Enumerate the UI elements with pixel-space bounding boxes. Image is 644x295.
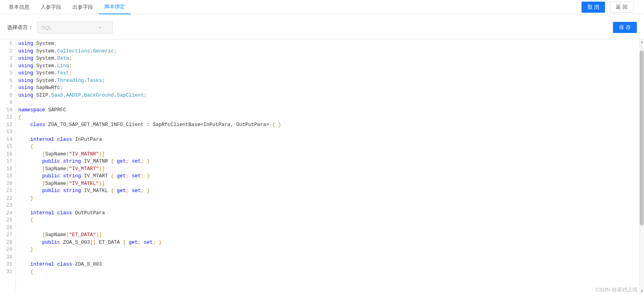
code-line[interactable]: { [18,217,644,224]
scrollbar-thumb[interactable] [640,50,644,225]
line-number: 24 [0,210,12,217]
tab-output-fields[interactable]: 出参字段 [67,0,99,14]
code-line[interactable] [18,99,644,107]
line-number: 15 [0,143,12,151]
tab-script-binding[interactable]: 脚本绑定 [99,0,131,14]
code-line[interactable]: internal class ZOA_S_003 [18,261,644,268]
line-number: 17 [0,158,12,165]
header-actions: 取 消 返 回 [582,2,641,13]
language-select-value: SQL [41,25,52,31]
line-number: 31 [0,261,12,268]
line-number: 32 [0,268,12,276]
toolbar: 选择语言： SQL ▾ 保 存 [0,14,644,39]
scroll-down-icon[interactable]: ▾ [639,289,644,293]
line-number: 3 [0,55,12,62]
line-number: 19 [0,173,12,180]
code-line[interactable]: internal class InPutPara [18,136,644,144]
code-line[interactable]: using SIIP.SaaS.AADIP.BackGround.SapClie… [18,92,644,99]
line-number: 23 [0,202,12,210]
code-line[interactable]: public string IV_MATNR { get; set; } [18,158,644,165]
code-line[interactable]: using SapNwRfc; [18,84,644,92]
line-number: 20 [0,180,12,188]
code-line[interactable]: [SapName("IV_MTART")] [18,165,644,173]
code-line[interactable]: [SapName("IV_MATNR")] [18,151,644,158]
line-number: 28 [0,239,12,246]
code-line[interactable]: using System.Data; [18,55,644,62]
line-number: 22 [0,195,12,202]
code-line[interactable]: using System.Collections.Generic; [18,48,644,55]
code-line[interactable]: public string IV_MATKL { get; set; } [18,187,644,195]
line-number: 14 [0,136,12,144]
line-number: 1 [0,40,12,48]
code-line[interactable] [18,224,644,232]
code-line[interactable]: using System; [18,40,644,48]
code-line[interactable]: { [18,114,644,121]
line-number: 29 [0,246,12,254]
toolbar-right: 保 存 [613,22,637,33]
tab-input-fields[interactable]: 入参字段 [35,0,67,14]
code-line[interactable]: public string IV_MTART { get; set; } [18,173,644,180]
save-button[interactable]: 保 存 [613,22,637,33]
cancel-button[interactable]: 取 消 [582,2,605,13]
line-number: 5 [0,70,12,77]
line-number: 21 [0,187,12,195]
code-editor[interactable]: 1234567891011121314151617181920212223242… [0,39,644,293]
line-number: 27 [0,231,12,239]
code-line[interactable]: } [18,195,644,202]
watermark: CSDN @菜鸡上线 [595,286,638,293]
code-line[interactable]: namespace SAPRFC [18,107,644,114]
code-area[interactable]: using System;using System.Collections.Ge… [16,39,644,293]
code-line[interactable]: { [18,268,644,276]
line-number: 11 [0,114,12,121]
tab-basic-info[interactable]: 基本信息 [3,0,35,14]
line-number: 6 [0,77,12,85]
code-line[interactable]: using System.Threading.Tasks; [18,77,644,85]
code-line[interactable]: } [18,246,644,254]
code-line[interactable]: using System.Text; [18,70,644,77]
line-number: 4 [0,62,12,70]
line-number: 16 [0,151,12,158]
scrollbar-track[interactable]: ▴ ▾ [639,39,644,293]
line-number: 12 [0,121,12,129]
line-gutter: 1234567891011121314151617181920212223242… [0,39,16,293]
code-line[interactable]: using System.Linq; [18,62,644,70]
code-line[interactable]: public ZOA_S_003[] ET_DATA { get; set; } [18,239,644,246]
code-line[interactable] [18,202,644,210]
line-number: 26 [0,224,12,232]
code-line[interactable] [18,254,644,261]
line-number: 7 [0,84,12,92]
line-number: 25 [0,217,12,224]
code-line[interactable]: internal class OutPutPara [18,210,644,217]
line-number: 9 [0,99,12,107]
scroll-up-icon[interactable]: ▴ [639,39,644,44]
line-number: 30 [0,254,12,261]
line-number: 8 [0,92,12,99]
code-line[interactable]: [SapName("IV_MATKL")] [18,180,644,188]
language-select[interactable]: SQL ▾ [37,21,113,33]
line-number: 18 [0,165,12,173]
tabs-bar: 基本信息 入参字段 出参字段 脚本绑定 取 消 返 回 [0,0,644,14]
line-number: 10 [0,107,12,114]
back-button[interactable]: 返 回 [610,2,634,13]
code-line[interactable]: { [18,143,644,151]
code-line[interactable]: [SapName("ET_DATA")] [18,231,644,239]
language-label: 选择语言： [7,24,33,31]
code-line[interactable] [18,128,644,136]
line-number: 2 [0,48,12,55]
code-line[interactable]: class ZOA_TO_SAP_GET_MATNR_INFO_Client :… [18,121,644,129]
chevron-down-icon: ▾ [99,25,101,30]
line-number: 13 [0,128,12,136]
